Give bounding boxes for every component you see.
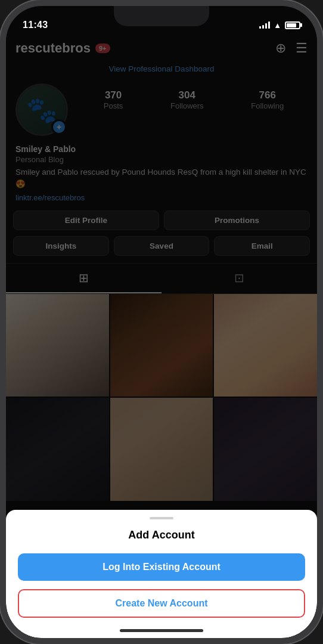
status-time: 11:43: [23, 20, 48, 30]
bottom-sheet: Add Account Log Into Existing Account Cr…: [6, 510, 317, 638]
phone-frame: 11:43 ▲ rescutebros 9+ ⊕: [0, 0, 323, 644]
status-icons: ▲: [259, 21, 300, 30]
login-existing-button[interactable]: Log Into Existing Account: [18, 553, 305, 581]
battery-icon: [285, 21, 300, 29]
wifi-icon: ▲: [274, 21, 281, 30]
sheet-title: Add Account: [18, 529, 305, 541]
home-indicator: [120, 629, 203, 632]
create-new-account-button[interactable]: Create New Account: [18, 589, 305, 618]
sheet-handle: [150, 517, 173, 519]
screen: 11:43 ▲ rescutebros 9+ ⊕: [6, 6, 317, 638]
notch: [114, 6, 209, 26]
signal-icon: [259, 21, 270, 29]
